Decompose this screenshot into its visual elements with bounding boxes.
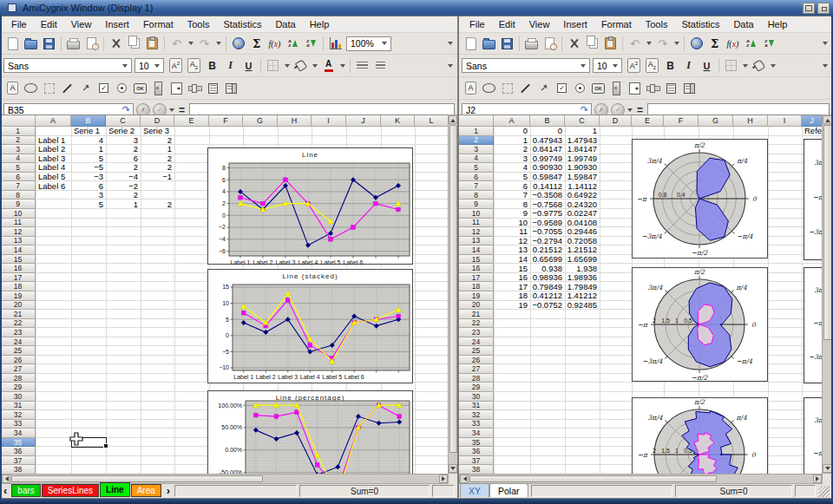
print-button[interactable] (522, 35, 541, 53)
cell-D3[interactable]: 1 (141, 145, 174, 154)
slider-button[interactable] (644, 79, 662, 97)
column-header-J[interactable]: J (802, 115, 823, 127)
window-menu-icon[interactable] (8, 3, 16, 12)
paste-button[interactable] (601, 35, 620, 53)
row-header-11[interactable]: 11 (459, 219, 494, 228)
column-header-H[interactable]: H (278, 115, 312, 127)
cell-J1[interactable]: Refer (803, 127, 822, 135)
cell-A19[interactable]: 18 (495, 291, 529, 300)
column-header-G[interactable]: G (243, 115, 278, 127)
undo-button[interactable]: ↶ (626, 35, 644, 53)
cell-A2[interactable]: 1 (495, 136, 529, 145)
print-preview-button[interactable] (82, 35, 101, 53)
toolbar-overflow-button[interactable] (820, 56, 830, 75)
cell-B17[interactable]: 0.98936 (531, 273, 564, 282)
row-header-31[interactable]: 31 (1, 402, 36, 411)
cell-B1[interactable]: 0 (531, 127, 564, 135)
row-header-29[interactable]: 29 (1, 383, 36, 392)
font-selector[interactable]: Sans (3, 58, 132, 73)
radio-button-button[interactable] (571, 79, 589, 97)
toolbar-overflow-button[interactable] (445, 56, 455, 75)
cell-B6[interactable]: −3 (72, 173, 105, 181)
menu-insert[interactable]: Insert (98, 17, 136, 32)
cell-C15[interactable]: 1.65699 (566, 255, 599, 264)
menu-file[interactable]: File (4, 17, 34, 32)
column-header-C[interactable]: C (565, 115, 600, 127)
cell-A15[interactable]: 14 (495, 255, 529, 264)
left-hscroll-thumb[interactable] (11, 475, 263, 482)
cell-A9[interactable]: 8 (495, 200, 529, 208)
row-header-22[interactable]: 22 (459, 319, 494, 329)
menu-view[interactable]: View (64, 17, 99, 32)
toolbar-overflow-button[interactable] (445, 35, 455, 53)
row-header-18[interactable]: 18 (1, 282, 36, 291)
cell-C2[interactable]: 1.47943 (566, 136, 599, 145)
sheet-tab-line[interactable]: Line (100, 482, 130, 497)
redo-button[interactable]: ↷ (195, 35, 213, 53)
cell-A13[interactable]: 12 (495, 237, 529, 245)
cell-B8[interactable]: −0.3508 (531, 191, 564, 200)
cell-C3[interactable]: 1.84147 (566, 145, 599, 154)
column-header-F[interactable]: F (209, 115, 243, 127)
row-header-21[interactable]: 21 (1, 310, 36, 319)
cell-B18[interactable]: 0.79849 (531, 282, 564, 291)
cell-D4[interactable]: 2 (141, 154, 174, 163)
row-header-31[interactable]: 31 (459, 402, 494, 411)
cell-B4[interactable]: 0.99749 (531, 154, 564, 163)
row-header-2[interactable]: 2 (1, 136, 36, 146)
scroll-left-icon[interactable] (2, 475, 10, 483)
row-header-25[interactable]: 25 (1, 346, 36, 356)
cell-B5[interactable]: 0.90930 (531, 163, 564, 172)
sort-az-button[interactable]: az (742, 35, 760, 53)
open-button[interactable] (480, 35, 498, 53)
ellipse-button[interactable] (480, 79, 498, 97)
cell-C5[interactable]: 2 (107, 163, 140, 172)
cell-A4[interactable]: Label 3 (36, 154, 70, 163)
menu-edit[interactable]: Edit (34, 17, 64, 32)
italic-button[interactable]: I (679, 56, 698, 75)
row-header-23[interactable]: 23 (459, 328, 494, 337)
zoom-selector[interactable]: 100% (346, 36, 391, 51)
line-chart[interactable]: Line86420−2−4−6Label 1Label 2Label 3Labe… (207, 147, 413, 265)
row-header-34[interactable]: 34 (1, 429, 36, 438)
cell-C9[interactable]: 0.24320 (566, 200, 599, 208)
sum-button[interactable]: Σ (247, 35, 266, 53)
dropdown-arrow-button[interactable] (672, 35, 681, 53)
function-button[interactable]: f(x) (724, 35, 742, 53)
cell-A14[interactable]: 13 (495, 245, 529, 254)
row-header-37[interactable]: 37 (459, 456, 494, 466)
row-header-19[interactable]: 19 (459, 291, 494, 301)
column-header-J[interactable]: J (346, 115, 381, 127)
scrollbar-button[interactable] (607, 79, 626, 97)
cell-C1[interactable]: Serie 2 (107, 127, 140, 135)
left-vscroll-thumb[interactable] (449, 125, 457, 453)
menu-edit[interactable]: Edit (492, 17, 522, 32)
dropdown-arrow-button[interactable] (644, 35, 653, 53)
row-header-10[interactable]: 10 (459, 209, 494, 219)
menu-help[interactable]: Help (761, 17, 795, 32)
column-header-H[interactable]: H (733, 115, 768, 127)
select-all-corner[interactable] (459, 115, 494, 127)
sort-az-button[interactable]: az (284, 35, 302, 53)
list-button[interactable] (204, 79, 222, 97)
print-button[interactable] (64, 35, 82, 53)
select-all-corner[interactable] (1, 115, 36, 127)
window-restore-button[interactable] (803, 3, 815, 14)
dropdown-arrow-button[interactable] (740, 56, 750, 75)
row-header-11[interactable]: 11 (1, 219, 36, 228)
row-header-32[interactable]: 32 (459, 410, 494, 420)
scroll-up-icon[interactable] (449, 115, 457, 124)
cell-B7[interactable]: 6 (72, 181, 105, 190)
cell-C11[interactable]: 0.04108 (566, 219, 599, 227)
underline-button[interactable]: U (239, 56, 258, 75)
function-menu-icon[interactable] (627, 108, 633, 112)
row-header-8[interactable]: 8 (459, 191, 494, 200)
column-header-B[interactable]: B (530, 115, 565, 127)
superscript-button[interactable]: A2 (167, 56, 185, 75)
tabs-scroll-right-icon[interactable]: › (165, 485, 172, 497)
cell-A3[interactable]: 2 (495, 145, 529, 154)
row-header-5[interactable]: 5 (1, 163, 36, 173)
menu-tools[interactable]: Tools (639, 17, 675, 32)
row-header-1[interactable]: 1 (1, 127, 36, 136)
line-button[interactable] (58, 79, 76, 97)
